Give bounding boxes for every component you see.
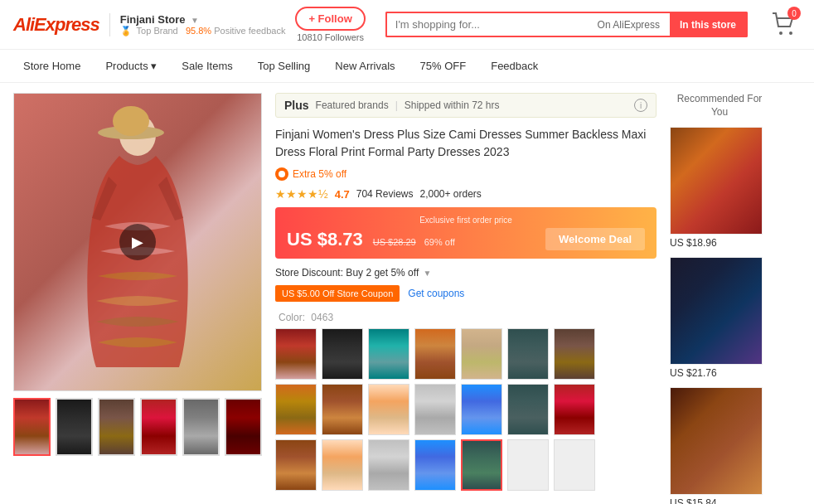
price-row: US $8.73 US $28.29 69% off Welcome Deal bbox=[287, 228, 645, 250]
rec-price-1: US $18.96 bbox=[670, 237, 769, 249]
rec-price-3: US $15.84 bbox=[670, 497, 769, 504]
color-swatch-19-selected[interactable] bbox=[461, 439, 502, 491]
rec-image-3 bbox=[670, 387, 763, 495]
color-swatch-12[interactable] bbox=[461, 384, 502, 435]
rec-image-2 bbox=[670, 257, 763, 365]
svg-point-1 bbox=[789, 32, 792, 35]
exclusive-label: Exclusive first order price bbox=[287, 216, 645, 225]
play-button[interactable]: ▶ bbox=[119, 224, 156, 260]
color-swatch-18[interactable] bbox=[414, 439, 456, 491]
rec-image-1 bbox=[670, 127, 763, 235]
store-info: Finjani Store ▼ 🏅 Top Brand 95.8% Positi… bbox=[109, 13, 286, 36]
thumbnail-2[interactable] bbox=[56, 398, 93, 456]
plus-label: Plus bbox=[284, 99, 309, 112]
color-swatch-13[interactable] bbox=[507, 384, 549, 435]
aliexpress-logo: AliExpress bbox=[13, 14, 99, 36]
search-toggle: On AliExpress In this store bbox=[588, 12, 748, 37]
star-rating: ★★★★½ bbox=[275, 187, 328, 201]
search-in-store-button[interactable]: In this store bbox=[670, 13, 746, 36]
svg-point-4 bbox=[113, 106, 149, 136]
color-grid-row3 bbox=[275, 439, 657, 491]
main-product-image[interactable]: ▶ bbox=[13, 93, 262, 391]
coupon-row: US $5.00 Off Store Coupon Get coupons bbox=[275, 285, 657, 302]
feedback-pct: 95.8% bbox=[186, 26, 211, 36]
rec-item-3[interactable]: US $15.84 bbox=[670, 387, 769, 504]
svg-point-0 bbox=[779, 32, 783, 35]
follow-button[interactable]: + Follow bbox=[295, 7, 365, 31]
thumbnail-5[interactable] bbox=[182, 398, 220, 456]
rec-item-2[interactable]: US $21.76 bbox=[670, 257, 769, 379]
color-swatch-20[interactable] bbox=[507, 439, 549, 491]
color-swatch-10[interactable] bbox=[368, 384, 409, 435]
color-swatch-11[interactable] bbox=[414, 384, 456, 435]
color-grid-row1 bbox=[275, 328, 657, 380]
get-coupons-link[interactable]: Get coupons bbox=[408, 288, 464, 299]
extra-off-badge: Extra 5% off bbox=[275, 167, 657, 181]
thumbnail-6[interactable] bbox=[225, 398, 262, 456]
original-price: US $28.29 bbox=[373, 237, 416, 247]
store-name-arrow: ▼ bbox=[191, 16, 199, 25]
color-section: Color: 0463 bbox=[275, 312, 657, 491]
search-area: On AliExpress In this store bbox=[385, 12, 748, 37]
nav-feedback[interactable]: Feedback bbox=[481, 50, 548, 83]
color-swatch-3[interactable] bbox=[368, 328, 409, 380]
color-swatch-2[interactable] bbox=[322, 328, 363, 380]
rating-row: ★★★★½ 4.7 704 Reviews 2,000+ orders bbox=[275, 187, 657, 201]
nav-products[interactable]: Products ▾ bbox=[95, 50, 167, 83]
thumbnail-1[interactable] bbox=[13, 398, 51, 456]
nav-new-arrivals[interactable]: New Arrivals bbox=[325, 50, 405, 83]
store-meta: 🏅 Top Brand 95.8% Positive feedback bbox=[120, 26, 286, 36]
product-title: Finjani Women's Dress Plus Size Cami Dre… bbox=[275, 126, 657, 161]
shipped-label: Shipped within 72 hrs bbox=[405, 99, 500, 111]
thumbnail-3[interactable] bbox=[98, 398, 135, 456]
thumbnail-row bbox=[13, 398, 262, 456]
recommendations-title: Recommended For You bbox=[670, 93, 769, 119]
search-on-aliexpress-button[interactable]: On AliExpress bbox=[588, 13, 670, 36]
nav-75-off[interactable]: 75% OFF bbox=[410, 50, 477, 83]
order-count: 2,000+ orders bbox=[419, 188, 481, 200]
color-swatch-6[interactable] bbox=[507, 328, 549, 380]
color-swatch-15[interactable] bbox=[275, 439, 317, 491]
color-grid-row2 bbox=[275, 384, 657, 435]
thumbnail-4[interactable] bbox=[140, 398, 177, 456]
color-swatch-21[interactable] bbox=[554, 439, 595, 491]
current-price: US $8.73 bbox=[287, 229, 363, 250]
color-swatch-7[interactable] bbox=[554, 328, 595, 380]
featured-brands: Featured brands bbox=[316, 99, 389, 111]
main-content: ▶ Plus Featured br bbox=[0, 83, 814, 504]
header: AliExpress Finjani Store ▼ 🏅 Top Brand 9… bbox=[0, 0, 814, 50]
rating-number[interactable]: 4.7 bbox=[335, 188, 350, 201]
coupon-button[interactable]: US $5.00 Off Store Coupon bbox=[275, 285, 400, 302]
navigation: Store Home Products ▾ Sale Items Top Sel… bbox=[0, 50, 814, 83]
store-name: Finjani Store ▼ bbox=[120, 13, 286, 26]
color-swatch-14[interactable] bbox=[554, 384, 595, 435]
info-icon[interactable]: i bbox=[634, 99, 647, 112]
review-count[interactable]: 704 Reviews bbox=[356, 188, 414, 200]
cart-badge: 0 bbox=[787, 7, 801, 20]
color-swatch-1[interactable] bbox=[275, 328, 317, 380]
nav-sale-items[interactable]: Sale Items bbox=[172, 50, 242, 83]
price-box: Exclusive first order price US $8.73 US … bbox=[275, 207, 657, 259]
color-swatch-4[interactable] bbox=[414, 328, 456, 380]
color-swatch-5[interactable] bbox=[461, 328, 502, 380]
welcome-deal-badge: Welcome Deal bbox=[545, 228, 645, 250]
brand-badge: 🏅 bbox=[120, 26, 132, 36]
color-swatch-9[interactable] bbox=[322, 384, 363, 435]
color-swatch-8[interactable] bbox=[275, 384, 317, 435]
product-info: Plus Featured brands | Shipped within 72… bbox=[275, 93, 657, 504]
color-swatch-16[interactable] bbox=[322, 439, 363, 491]
rec-item-1[interactable]: US $18.96 bbox=[670, 127, 769, 249]
recommendations: Recommended For You US $18.96 US $21.76 … bbox=[670, 93, 769, 504]
svg-point-5 bbox=[279, 171, 285, 177]
nav-top-selling[interactable]: Top Selling bbox=[248, 50, 321, 83]
color-swatch-17[interactable] bbox=[368, 439, 409, 491]
search-input[interactable] bbox=[385, 12, 588, 37]
store-discount[interactable]: Store Discount: Buy 2 get 5% off ▼ bbox=[275, 267, 657, 279]
followers-count: 10810 Followers bbox=[297, 32, 364, 42]
store-discount-arrow: ▼ bbox=[424, 269, 432, 278]
cart-icon[interactable]: 0 bbox=[768, 7, 801, 42]
extra-off-icon bbox=[275, 167, 288, 181]
discount-percent: 69% off bbox=[424, 237, 455, 247]
product-images: ▶ bbox=[13, 93, 262, 504]
nav-store-home[interactable]: Store Home bbox=[13, 50, 90, 83]
